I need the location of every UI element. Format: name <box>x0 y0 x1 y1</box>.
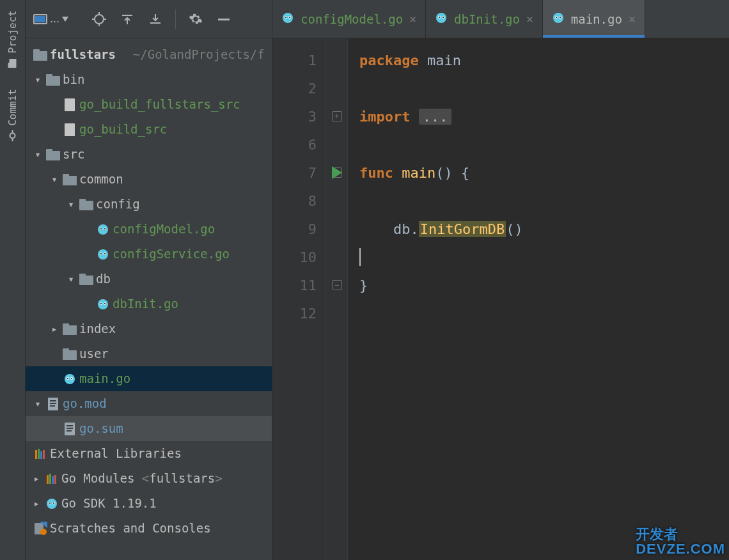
svg-rect-64 <box>35 450 37 459</box>
tree-item-label: go.mod <box>63 394 107 413</box>
chevron-down-icon: ▾ <box>32 72 43 88</box>
folder-icon <box>78 274 95 285</box>
settings-button[interactable] <box>185 8 207 30</box>
file-icon <box>61 98 78 112</box>
svg-point-88 <box>439 17 440 18</box>
tree-item-user[interactable]: user <box>26 341 272 366</box>
scratches-icon <box>32 522 49 536</box>
editor-area: configModel.go × dbInit.go × main.go × 1… <box>272 0 729 560</box>
run-gutter-icon[interactable] <box>332 166 342 179</box>
rail-tab-commit[interactable]: Commit <box>4 79 21 152</box>
rail-tab-project[interactable]: Project <box>4 0 21 79</box>
tree-item-go-build-src[interactable]: go_build_src <box>26 117 272 142</box>
svg-point-80 <box>283 13 293 23</box>
svg-point-79 <box>40 529 47 535</box>
svg-point-85 <box>436 13 446 23</box>
svg-point-46 <box>104 303 106 304</box>
project-tree: fullstars ~/GolandProjects/f ▾ bin go_bu… <box>26 38 272 560</box>
fold-end-icon[interactable]: − <box>332 280 342 290</box>
tree-item-label: user <box>79 345 109 363</box>
chevron-right-icon: ▸ <box>31 496 42 511</box>
chevron-down-icon: ▾ <box>65 197 77 212</box>
tree-item-src[interactable]: ▾ src <box>26 142 272 167</box>
tree-item-label: dbInit.go <box>113 295 178 313</box>
folded-imports[interactable]: ... <box>419 109 452 125</box>
close-icon[interactable]: × <box>629 12 636 26</box>
locate-button[interactable] <box>88 8 110 30</box>
project-panel: ... fullstars ~/GolandProjects <box>26 0 272 560</box>
svg-rect-65 <box>38 449 40 459</box>
line-number: 2 <box>272 74 317 102</box>
tree-item-label: External Libraries <box>50 444 182 463</box>
svg-rect-22 <box>65 98 75 111</box>
svg-rect-27 <box>63 174 69 178</box>
tree-item-bin[interactable]: ▾ bin <box>26 67 272 92</box>
folder-icon <box>61 348 78 360</box>
tree-item-dbinit[interactable]: dbInit.go <box>26 292 272 316</box>
tree-item-label: index <box>79 320 116 338</box>
file-icon <box>61 123 78 137</box>
commit-side-icon <box>7 130 19 142</box>
tree-item-common[interactable]: ▾ common <box>26 167 272 192</box>
svg-rect-29 <box>79 199 86 203</box>
expand-all-button[interactable] <box>116 8 138 30</box>
tree-item-config[interactable]: ▾ config <box>26 192 272 217</box>
tab-main[interactable]: main.go × <box>543 0 645 38</box>
libraries-icon <box>32 447 49 460</box>
tab-label: dbInit.go <box>454 12 520 26</box>
svg-rect-69 <box>49 474 51 484</box>
svg-rect-1 <box>8 63 11 68</box>
folder-icon <box>45 74 61 86</box>
svg-rect-66 <box>40 451 42 459</box>
fold-expand-icon[interactable]: + <box>332 111 342 121</box>
line-number: 7 <box>272 159 317 187</box>
svg-rect-6 <box>35 16 45 22</box>
text-caret <box>359 248 361 266</box>
gutter: 1 2 3 6 7 8 9 10 11 12 <box>272 38 326 560</box>
tree-item-go-mod[interactable]: ▾ go.mod <box>26 391 272 416</box>
tree-item-main-go[interactable]: main.go <box>26 366 272 391</box>
tree-item-scratches[interactable]: Scratches and Consoles <box>26 516 272 541</box>
tree-root[interactable]: fullstars ~/GolandProjects/f <box>26 42 272 67</box>
svg-rect-25 <box>46 149 52 153</box>
hide-panel-button[interactable] <box>213 8 235 30</box>
toolbar-separator <box>175 10 176 29</box>
svg-point-39 <box>104 253 106 254</box>
svg-point-84 <box>289 17 290 18</box>
svg-point-76 <box>53 502 54 504</box>
close-icon[interactable]: × <box>409 12 416 26</box>
svg-point-35 <box>98 249 108 260</box>
tree-item-go-build-fullstars-src[interactable]: go_build_fullstars_src <box>26 92 272 117</box>
go-file-icon <box>95 298 111 311</box>
close-icon[interactable]: × <box>526 12 533 26</box>
tab-configmodel[interactable]: configModel.go × <box>272 0 426 38</box>
svg-point-94 <box>560 17 561 18</box>
project-view-dropdown[interactable]: ... <box>31 8 82 30</box>
tree-item-go-modules[interactable]: ▸ Go Modules <fullstars> <box>26 466 272 491</box>
folder-icon <box>61 323 78 335</box>
tree-item-go-sum[interactable]: go.sum <box>26 416 272 441</box>
tree-item-label: Go Modules <fullstars> <box>61 469 223 488</box>
tree-item-label: main.go <box>79 369 130 388</box>
tree-item-index[interactable]: ▸ index <box>26 316 272 341</box>
svg-point-83 <box>285 17 286 18</box>
tree-item-db[interactable]: ▾ db <box>26 267 272 292</box>
svg-point-72 <box>47 499 57 509</box>
tree-item-go-sdk[interactable]: ▸ Go SDK 1.19.1 <box>26 491 272 516</box>
tree-item-label: configModel.go <box>113 220 215 238</box>
svg-point-2 <box>10 134 15 139</box>
code-area[interactable]: package main import ... func main() { db… <box>348 38 523 560</box>
folder-icon <box>78 199 95 210</box>
svg-rect-19 <box>33 49 40 53</box>
tab-dbinit[interactable]: dbInit.go × <box>426 0 543 38</box>
tree-item-label: go_build_fullstars_src <box>79 95 240 114</box>
svg-rect-50 <box>63 348 69 352</box>
tree-item-external-libraries[interactable]: External Libraries <box>26 441 272 466</box>
svg-point-30 <box>98 224 108 235</box>
line-number: 3 <box>272 102 317 130</box>
tree-item-configmodel[interactable]: configModel.go <box>26 217 272 242</box>
tree-item-configservice[interactable]: configService.go <box>26 242 272 267</box>
collapse-all-button[interactable] <box>145 8 166 30</box>
go-file-icon <box>281 12 294 27</box>
line-number: 1 <box>272 46 317 74</box>
